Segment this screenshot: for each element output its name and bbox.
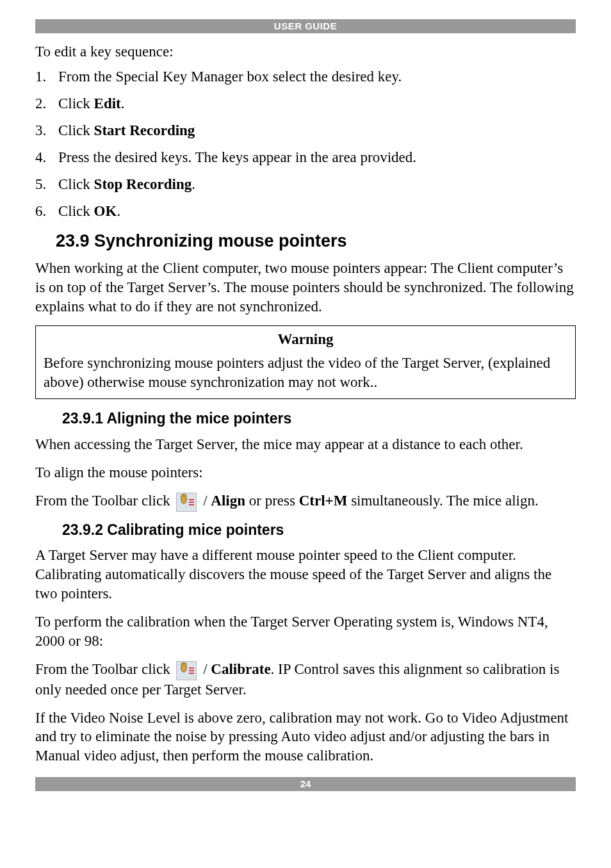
step-bold: Stop Recording: [94, 176, 192, 192]
svg-rect-1: [189, 502, 194, 503]
calibrate-instruction: From the Toolbar click / Calibrate. IP C…: [35, 660, 576, 700]
svg-rect-4: [189, 670, 194, 671]
svg-rect-0: [189, 499, 194, 500]
align-pre: From the Toolbar click: [35, 493, 174, 509]
step-text: Click: [58, 122, 94, 138]
edit-sequence-intro: To edit a key sequence:: [35, 42, 576, 61]
align-post: simultaneously. The mice align.: [347, 493, 538, 509]
calibrate-pre: From the Toolbar click: [35, 661, 174, 677]
mouse-align-icon: [176, 493, 197, 512]
step-post: .: [117, 203, 120, 219]
warning-body: Before synchronizing mouse pointers adju…: [44, 354, 567, 392]
align-bold2: Ctrl+M: [299, 493, 348, 509]
svg-rect-2: [189, 504, 194, 505]
list-item: Press the desired keys. The keys appear …: [35, 148, 576, 167]
section-23-9-1-title: 23.9.1 Aligning the mice pointers: [62, 409, 576, 429]
list-item: From the Special Key Manager box select …: [35, 67, 576, 86]
step-bold: Edit: [94, 95, 121, 111]
step-text: Click: [58, 95, 94, 111]
warning-box: Warning Before synchronizing mouse point…: [35, 325, 576, 400]
header-bar: USER GUIDE: [35, 19, 576, 33]
edit-steps-list: From the Special Key Manager box select …: [35, 67, 576, 220]
step-text: Press the desired keys. The keys appear …: [58, 149, 416, 165]
step-bold: Start Recording: [94, 122, 195, 138]
section-23-9-2-para3: If the Video Noise Level is above zero, …: [35, 708, 576, 766]
align-mid2: or press: [245, 493, 299, 509]
list-item: Click Start Recording: [35, 121, 576, 140]
step-text: Click: [58, 176, 94, 192]
align-bold1: Align: [211, 493, 245, 509]
list-item: Click OK.: [35, 202, 576, 221]
list-item: Click Edit.: [35, 94, 576, 113]
section-23-9-title: 23.9 Synchronizing mouse pointers: [56, 230, 576, 252]
section-23-9-para: When working at the Client computer, two…: [35, 259, 576, 316]
step-text: Click: [58, 203, 94, 219]
align-instruction: From the Toolbar click / Align or press …: [35, 491, 576, 512]
footer-bar: 24: [35, 777, 576, 791]
svg-rect-5: [189, 673, 194, 674]
step-post: .: [191, 176, 195, 192]
calibrate-bold: Calibrate: [211, 661, 270, 677]
align-mid1: /: [203, 493, 211, 509]
calibrate-mid: /: [203, 661, 211, 677]
section-23-9-2-para2: To perform the calibration when the Targ…: [35, 612, 576, 651]
warning-title: Warning: [44, 330, 567, 349]
step-post: .: [121, 95, 125, 111]
step-text: From the Special Key Manager box select …: [58, 69, 402, 85]
svg-rect-3: [189, 667, 194, 669]
section-23-9-2-para1: A Target Server may have a different mou…: [35, 546, 576, 603]
list-item: Click Stop Recording.: [35, 175, 576, 194]
section-23-9-1-para2: To align the mouse pointers:: [35, 463, 576, 482]
mouse-calibrate-icon: [176, 661, 197, 680]
section-23-9-2-title: 23.9.2 Calibrating mice pointers: [62, 521, 576, 540]
section-23-9-1-para1: When accessing the Target Server, the mi…: [35, 435, 576, 454]
step-bold: OK: [94, 203, 117, 219]
